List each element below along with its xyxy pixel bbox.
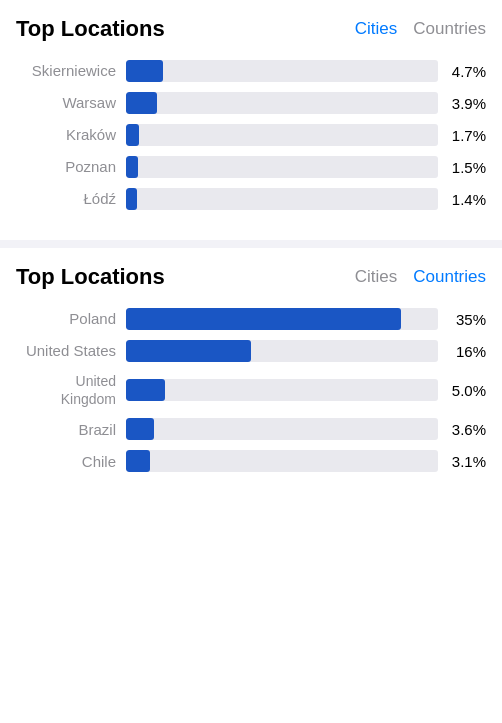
bar-fill	[126, 92, 157, 114]
row-label: Poznan	[16, 157, 126, 177]
bar-track	[126, 418, 438, 440]
table-row: United Kingdom 5.0%	[16, 372, 486, 408]
bar-value: 4.7%	[438, 63, 486, 80]
bar-value: 1.5%	[438, 159, 486, 176]
row-label: Chile	[16, 452, 126, 472]
bar-value: 3.9%	[438, 95, 486, 112]
bar-track	[126, 60, 438, 82]
bar-value: 3.1%	[438, 453, 486, 470]
bar-track	[126, 340, 438, 362]
bar-fill	[126, 60, 163, 82]
bar-track	[126, 308, 438, 330]
top-locations-section-1: Top Locations Cities Countries Skierniew…	[0, 0, 502, 240]
row-label: Poland	[16, 309, 126, 329]
bar-track	[126, 124, 438, 146]
bar-fill	[126, 156, 138, 178]
row-label: Kraków	[16, 125, 126, 145]
bar-value: 1.7%	[438, 127, 486, 144]
bar-track	[126, 156, 438, 178]
bar-fill	[126, 418, 154, 440]
bar-value: 16%	[438, 343, 486, 360]
table-row: Brazil 3.6%	[16, 418, 486, 440]
section-2-tabs: Cities Countries	[355, 267, 486, 287]
bar-value: 35%	[438, 311, 486, 328]
bar-track	[126, 450, 438, 472]
table-row: Warsaw 3.9%	[16, 92, 486, 114]
section-1-header: Top Locations Cities Countries	[16, 16, 486, 42]
section-divider	[0, 240, 502, 248]
section-1-title: Top Locations	[16, 16, 165, 42]
table-row: Chile 3.1%	[16, 450, 486, 472]
bar-fill	[126, 124, 139, 146]
table-row: Kraków 1.7%	[16, 124, 486, 146]
table-row: Skierniewice 4.7%	[16, 60, 486, 82]
section-2-header: Top Locations Cities Countries	[16, 264, 486, 290]
section-2-title: Top Locations	[16, 264, 165, 290]
row-label: Skierniewice	[16, 61, 126, 81]
bar-value: 5.0%	[438, 382, 486, 399]
bar-fill	[126, 188, 137, 210]
table-row: Poland 35%	[16, 308, 486, 330]
section-1-tabs: Cities Countries	[355, 19, 486, 39]
row-label: United States	[16, 341, 126, 361]
bar-track	[126, 188, 438, 210]
table-row: Poznan 1.5%	[16, 156, 486, 178]
tab-cities-1[interactable]: Cities	[355, 19, 398, 39]
bar-fill	[126, 308, 401, 330]
bar-value: 1.4%	[438, 191, 486, 208]
bar-fill	[126, 379, 165, 401]
top-locations-section-2: Top Locations Cities Countries Poland 35…	[0, 248, 502, 502]
tab-countries-1[interactable]: Countries	[413, 19, 486, 39]
row-label: United Kingdom	[16, 372, 126, 408]
bar-track	[126, 379, 438, 401]
bar-track	[126, 92, 438, 114]
row-label: Brazil	[16, 420, 126, 440]
bar-value: 3.6%	[438, 421, 486, 438]
bar-fill	[126, 450, 150, 472]
row-label: Warsaw	[16, 93, 126, 113]
tab-countries-2[interactable]: Countries	[413, 267, 486, 287]
row-label: Łódź	[16, 189, 126, 209]
bar-fill	[126, 340, 251, 362]
table-row: United States 16%	[16, 340, 486, 362]
tab-cities-2[interactable]: Cities	[355, 267, 398, 287]
table-row: Łódź 1.4%	[16, 188, 486, 210]
